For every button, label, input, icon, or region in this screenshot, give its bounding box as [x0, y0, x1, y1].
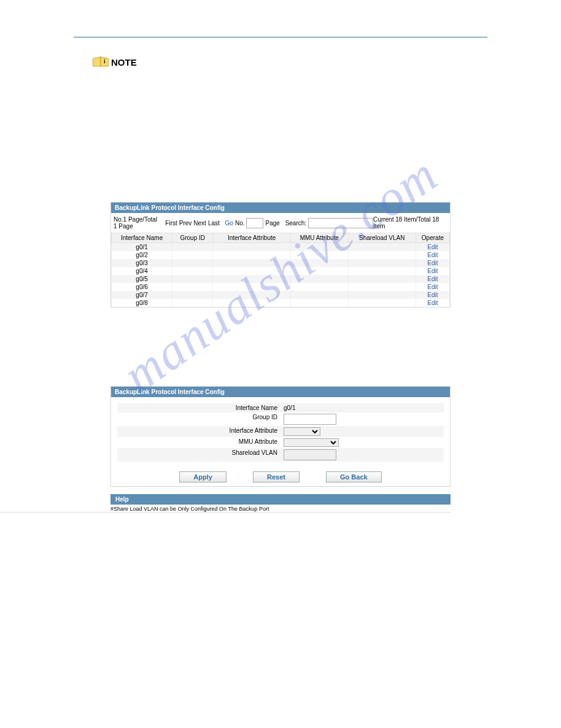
label-mmu-attribute: MMU Attribute — [155, 438, 284, 447]
panel-title: BackupLink Protocol Interface Config — [111, 203, 450, 213]
cell-group-id — [172, 291, 213, 299]
edit-link[interactable]: Edit — [427, 260, 438, 266]
table-row: g0/5Edit — [112, 275, 450, 283]
cell-mmu-attr — [291, 299, 349, 307]
cell-mmu-attr — [291, 251, 349, 259]
value-interface-name: g0/1 — [284, 405, 406, 411]
table-row: g0/8Edit — [112, 299, 450, 307]
table-row: g0/4Edit — [112, 267, 450, 275]
search-label: Search: — [285, 220, 306, 227]
col-mmu-attr: MMU Attribute — [291, 233, 349, 243]
table-row: g0/2Edit — [112, 251, 450, 259]
cell-interface-attr — [213, 275, 291, 283]
table-row: g0/6Edit — [112, 283, 450, 291]
cell-interface-name: g0/2 — [112, 251, 172, 259]
edit-link[interactable]: Edit — [427, 268, 438, 274]
col-shareload-vlan: Shareload VLAN — [348, 233, 416, 243]
toolbar: No.1 Page/Total 1 Page First Prev Next L… — [111, 213, 450, 233]
cell-group-id — [172, 259, 213, 267]
table-row: g0/1Edit — [112, 243, 450, 252]
nav-last[interactable]: Last — [208, 220, 220, 227]
svg-text:i: i — [104, 58, 106, 64]
col-group-id: Group ID — [172, 233, 213, 243]
cell-mmu-attr — [291, 275, 349, 283]
cell-interface-name: g0/1 — [112, 243, 172, 252]
help-title: Help — [110, 494, 451, 505]
cell-interface-attr — [213, 299, 291, 307]
edit-link[interactable]: Edit — [427, 276, 438, 282]
cell-interface-attr — [213, 267, 291, 275]
cell-mmu-attr — [291, 259, 349, 267]
nav-first[interactable]: First — [165, 220, 177, 227]
go-link[interactable]: Go — [225, 220, 233, 227]
pager-text: No.1 Page/Total 1 Page — [114, 216, 160, 230]
label-shareload-vlan: Shareload VLAN — [155, 449, 284, 460]
cell-shareload-vlan — [348, 299, 416, 307]
cell-shareload-vlan — [348, 267, 416, 275]
col-operate: Operate — [416, 233, 449, 243]
svg-marker-0 — [93, 57, 101, 66]
page-label: Page — [265, 220, 279, 227]
page-no-input[interactable] — [246, 218, 263, 228]
cell-interface-name: g0/3 — [112, 259, 172, 267]
cell-mmu-attr — [291, 267, 349, 275]
edit-link[interactable]: Edit — [427, 300, 438, 306]
interface-list-panel: BackupLink Protocol Interface Config No.… — [110, 202, 451, 308]
edit-link[interactable]: Edit — [427, 284, 438, 290]
nav-prev[interactable]: Prev — [179, 220, 192, 227]
note-label: NOTE — [111, 57, 137, 68]
cell-group-id — [172, 283, 213, 291]
cell-mmu-attr — [291, 243, 349, 252]
cell-interface-name: g0/6 — [112, 283, 172, 291]
label-interface-name: Interface Name — [155, 405, 284, 411]
col-interface-name: Interface Name — [112, 233, 172, 243]
cell-mmu-attr — [291, 283, 349, 291]
edit-link[interactable]: Edit — [427, 292, 438, 298]
cell-group-id — [172, 251, 213, 259]
cell-interface-attr — [213, 259, 291, 267]
interface-edit-panel: BackupLink Protocol Interface Config Int… — [110, 386, 451, 487]
cell-interface-attr — [213, 243, 291, 252]
reset-button[interactable]: Reset — [253, 471, 300, 482]
note-callout: i NOTE — [92, 56, 561, 68]
cell-interface-attr — [213, 251, 291, 259]
cell-interface-name: g0/8 — [112, 299, 172, 307]
input-shareload-vlan — [284, 449, 336, 460]
select-interface-attribute[interactable] — [284, 427, 320, 436]
cell-shareload-vlan — [348, 251, 416, 259]
cell-group-id — [172, 243, 213, 252]
note-icon: i — [92, 56, 109, 68]
cell-interface-attr — [213, 283, 291, 291]
cell-interface-name: g0/4 — [112, 267, 172, 275]
cell-shareload-vlan — [348, 259, 416, 267]
help-text: #Share Load VLAN can be Only Configured … — [0, 505, 451, 513]
select-mmu-attribute[interactable] — [284, 438, 339, 447]
label-group-id: Group ID — [155, 414, 284, 425]
cell-group-id — [172, 299, 213, 307]
cell-interface-attr — [213, 291, 291, 299]
nav-next[interactable]: Next — [193, 220, 206, 227]
input-group-id[interactable] — [284, 414, 336, 425]
cell-interface-name: g0/7 — [112, 291, 172, 299]
cell-shareload-vlan — [348, 283, 416, 291]
panel-title: BackupLink Protocol Interface Config — [111, 387, 450, 397]
cell-shareload-vlan — [348, 243, 416, 252]
cell-mmu-attr — [291, 291, 349, 299]
item-status: Current 18 Item/Total 18 Item — [373, 216, 447, 230]
horizontal-rule — [74, 37, 487, 37]
cell-shareload-vlan — [348, 275, 416, 283]
goback-button[interactable]: Go Back — [326, 471, 382, 482]
no-label: No. — [235, 220, 245, 227]
cell-group-id — [172, 267, 213, 275]
cell-group-id — [172, 275, 213, 283]
interface-table: Interface Name Group ID Interface Attrib… — [111, 233, 450, 307]
table-row: g0/3Edit — [112, 259, 450, 267]
col-interface-attr: Interface Attribute — [213, 233, 291, 243]
edit-link[interactable]: Edit — [427, 244, 438, 250]
search-input[interactable] — [308, 218, 373, 228]
cell-interface-name: g0/5 — [112, 275, 172, 283]
apply-button[interactable]: Apply — [179, 471, 226, 482]
edit-link[interactable]: Edit — [427, 252, 438, 258]
cell-shareload-vlan — [348, 291, 416, 299]
table-row: g0/7Edit — [112, 291, 450, 299]
